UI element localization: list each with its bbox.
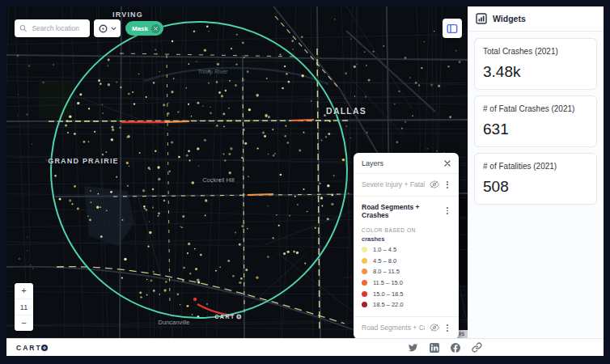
layers-close-button[interactable] — [444, 160, 451, 167]
spatial-filter-button[interactable] — [94, 19, 121, 37]
circle-select-icon — [98, 23, 108, 34]
legend-color-dot — [362, 280, 367, 286]
legend-row: 15.0 – 18.5 — [362, 290, 451, 298]
search-input[interactable] — [30, 23, 85, 33]
layer-item-road-segments: Road Segments + Crashes COLOR BASED ON c… — [354, 197, 459, 317]
facebook-icon — [451, 343, 460, 353]
legend-range-label: 1.0 – 4.5 — [373, 246, 396, 253]
color-based-on-field: crashes — [362, 235, 451, 243]
widget-label: Total Crashes (2021) — [483, 47, 588, 56]
app-window: IRVING DALLAS GRAND PRAIRIE Cockrell Hil… — [6, 6, 604, 356]
legend-row: 8.0 – 11.5 — [362, 268, 451, 275]
widgets-list: Total Crashes (2021) 3.48k # of Fatal Cr… — [468, 32, 604, 338]
social-links — [408, 342, 482, 353]
zoom-level: 11 — [15, 298, 33, 315]
zoom-out-button[interactable]: − — [15, 315, 33, 331]
layers-panel: Layers Severe Injury + Fatal C... — [354, 153, 459, 338]
legend-range-label: 4.5 – 8.0 — [373, 257, 396, 265]
panel-toggle-button[interactable] — [443, 19, 462, 38]
widget-label: # of Fatalities (2021) — [483, 162, 588, 171]
chevron-down-icon — [111, 27, 116, 31]
layer-options-menu[interactable] — [444, 206, 451, 215]
widgets-panel: Widgets Total Crashes (2021) 3.48k # of … — [468, 6, 604, 338]
widget-fatal-crashes: # of Fatal Crashes (2021) 631 — [474, 95, 597, 147]
legend-range-label: 11.5 – 15.0 — [373, 279, 403, 286]
facebook-link[interactable] — [451, 343, 460, 353]
widget-label: # of Fatal Crashes (2021) — [483, 104, 588, 113]
layer-options-menu[interactable] — [444, 324, 451, 332]
legend-row: 1.0 – 4.5 — [362, 246, 451, 253]
legend-row: 18.5 – 22.0 — [362, 301, 451, 308]
layer-item-label: Severe Injury + Fatal C... — [362, 180, 425, 188]
widget-value: 631 — [483, 121, 588, 138]
layer-item-label: Road Segments + Crashes — [362, 203, 444, 219]
legend-range-label: 18.5 – 22.0 — [373, 301, 404, 308]
widget-value: 3.48k — [483, 63, 588, 81]
widget-value: 508 — [483, 178, 588, 196]
legend-color-dot — [362, 302, 367, 307]
layers-panel-header: Layers — [354, 153, 459, 173]
carto-watermark-text: CART — [214, 314, 235, 320]
mask-chip[interactable]: Mask — [125, 21, 163, 36]
search-box[interactable] — [15, 19, 90, 37]
widgets-panel-header: Widgets — [468, 6, 604, 32]
mask-chip-label: Mask — [132, 25, 148, 32]
link-icon — [472, 342, 482, 353]
search-icon — [19, 23, 27, 33]
visibility-off-icon[interactable] — [430, 324, 439, 332]
layer-options-menu[interactable] — [444, 180, 451, 189]
widget-total-crashes: Total Crashes (2021) 3.48k — [474, 38, 597, 90]
close-x-icon — [154, 27, 158, 31]
widgets-panel-title: Widgets — [493, 14, 526, 23]
carto-basemap-watermark: CART — [214, 314, 241, 320]
linkedin-icon — [430, 343, 439, 353]
legend-row: 11.5 – 15.0 — [362, 279, 451, 286]
layer-item-severe-injury[interactable]: Severe Injury + Fatal C... — [354, 174, 459, 196]
close-icon — [444, 160, 451, 167]
zoom-control: + 11 − — [15, 283, 33, 331]
layer-item-label: Road Segments + Cras... — [362, 324, 425, 332]
widgets-icon — [476, 13, 487, 24]
panel-left-icon — [447, 23, 458, 34]
layers-panel-title: Layers — [362, 159, 383, 167]
widget-fatalities: # of Fatalities (2021) 508 — [474, 153, 597, 205]
carto-logo-dot-icon — [41, 345, 48, 351]
zoom-in-button[interactable]: + — [15, 283, 33, 298]
map-canvas[interactable]: IRVING DALLAS GRAND PRAIRIE Cockrell Hil… — [6, 6, 468, 338]
legend-range-label: 15.0 – 18.5 — [373, 290, 404, 298]
share-link[interactable] — [472, 342, 482, 353]
visibility-off-icon[interactable] — [430, 180, 439, 188]
legend-color-dot — [362, 291, 367, 297]
color-based-on-label: COLOR BASED ON — [362, 227, 451, 233]
twitter-icon — [408, 342, 418, 353]
twitter-link[interactable] — [408, 342, 418, 353]
legend-color-dot — [362, 258, 367, 264]
carto-logo-text: CART — [16, 344, 42, 352]
footer-bar: CART — [6, 338, 604, 356]
mask-remove-icon[interactable] — [151, 24, 160, 33]
layer-item-road-segments-2[interactable]: Road Segments + Cras... — [354, 317, 459, 338]
legend-range-label: 8.0 – 11.5 — [373, 268, 400, 275]
legend-row: 4.5 – 8.0 — [362, 257, 451, 265]
linkedin-link[interactable] — [430, 343, 439, 353]
carto-watermark-dot-icon — [237, 314, 242, 319]
legend-color-dot — [362, 247, 367, 252]
carto-logo[interactable]: CART — [16, 344, 48, 352]
legend-color-dot — [362, 269, 367, 274]
